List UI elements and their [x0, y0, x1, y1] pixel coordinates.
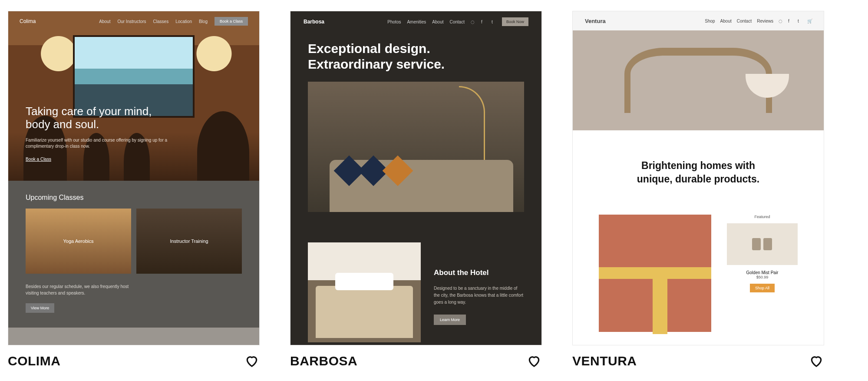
featured-image [727, 223, 798, 265]
nav-link: Classes [153, 19, 169, 24]
nav-link: Contact [737, 19, 752, 23]
featured-cta: Shop All [750, 284, 775, 292]
twitter-icon: t [492, 20, 496, 24]
preview-brand: Colima [20, 18, 36, 24]
card-footer: BARBOSA [290, 345, 542, 369]
template-title: COLIMA [8, 354, 60, 368]
favorite-button[interactable] [809, 353, 824, 369]
hero-image [308, 82, 524, 212]
preview-section-about: About the Hotel Designed to be a sanctua… [290, 212, 541, 342]
nav-link: About [720, 19, 732, 23]
facebook-icon: f [788, 19, 792, 23]
hero-link: Book a Class [26, 157, 51, 162]
class-thumb: Yoga Aerobics [26, 209, 131, 274]
preview-brand: Barbosa [304, 19, 324, 25]
template-preview[interactable]: Barbosa Photos Amenities About Contact ◌… [290, 11, 542, 345]
nav-cta: Book Now [502, 17, 528, 26]
favorite-button[interactable] [526, 353, 542, 369]
section-heading: Upcoming Classes [26, 194, 242, 202]
preview-nav: Colima About Our Instructors Classes Loc… [8, 11, 259, 31]
preview-nav: Ventura Shop About Contact Reviews ◌ f t… [573, 11, 824, 30]
nav-link: Shop [705, 19, 715, 23]
template-title: VENTURA [572, 354, 637, 368]
product-art [599, 215, 711, 332]
featured-label: Featured [727, 215, 798, 219]
class-thumb: Instructor Training [136, 209, 242, 274]
nav-link: Reviews [757, 19, 773, 23]
hero-headline: Exceptional design. Extraordinary servic… [308, 41, 524, 72]
card-footer: COLIMA [8, 345, 260, 369]
template-preview[interactable]: Colima About Our Instructors Classes Loc… [8, 11, 260, 345]
card-footer: VENTURA [572, 345, 824, 369]
preview-nav-links: Photos Amenities About Contact ◌ f t Boo… [387, 17, 528, 26]
cart-icon: 🛒 [807, 19, 812, 23]
preview-nav: Barbosa Photos Amenities About Contact ◌… [290, 11, 541, 32]
facebook-icon: f [481, 20, 485, 24]
nav-link: Our Instructors [117, 19, 146, 24]
featured-price: $50.99 [727, 275, 798, 279]
template-card-barbosa[interactable]: Barbosa Photos Amenities About Contact ◌… [290, 11, 542, 369]
about-image [308, 242, 421, 342]
preview-tagline: Brightening homes with unique, durable p… [573, 130, 824, 215]
template-preview[interactable]: Ventura Shop About Contact Reviews ◌ f t… [572, 11, 824, 345]
nav-link: Location [175, 19, 192, 24]
hero-text: Taking care of your mind, body and soul.… [26, 105, 169, 162]
featured-name: Golden Mist Pair [727, 270, 798, 275]
instagram-icon: ◌ [471, 20, 475, 24]
template-title: BARBOSA [290, 354, 357, 368]
heart-icon [809, 354, 823, 368]
preview-product-row [573, 332, 824, 345]
preview-section-about: With an emphasis on breathing techniques… [8, 328, 259, 345]
section-cta: View More [26, 303, 54, 313]
hero-sub: Familiarize yourself with our studio and… [26, 137, 169, 149]
preview-section-classes: Upcoming Classes Yoga Aerobics Instructo… [8, 181, 259, 328]
template-card-colima[interactable]: Colima About Our Instructors Classes Loc… [8, 11, 260, 369]
nav-link: Amenities [407, 20, 426, 24]
about-right: Learn more about our studio and philosop… [186, 345, 242, 345]
preview-hero: Colima About Our Instructors Classes Loc… [8, 11, 259, 181]
thumb-label: Yoga Aerobics [63, 239, 94, 244]
instagram-icon: ◌ [779, 19, 783, 23]
featured-product: Featured Golden Mist Pair $50.99 Shop Al… [727, 215, 798, 332]
about-cta: Learn More [434, 315, 466, 325]
nav-link: Contact [450, 20, 465, 24]
preview-brand: Ventura [585, 18, 606, 24]
hero-headline: Taking care of your mind, body and soul. [26, 105, 169, 131]
preview-hero [573, 30, 824, 130]
heart-icon [245, 354, 259, 368]
preview-nav-links: Shop About Contact Reviews ◌ f t 🛒 [705, 19, 812, 23]
heart-icon [527, 354, 541, 368]
twitter-icon: t [798, 19, 802, 23]
template-card-ventura[interactable]: Ventura Shop About Contact Reviews ◌ f t… [572, 11, 824, 369]
preview-nav-links: About Our Instructors Classes Location B… [99, 17, 248, 26]
about-heading: About the Hotel [434, 268, 524, 277]
preview-products: Featured Golden Mist Pair $50.99 Shop Al… [573, 215, 824, 332]
favorite-button[interactable] [244, 353, 260, 369]
thumb-label: Instructor Training [170, 239, 208, 244]
nav-link: About [432, 20, 443, 24]
nav-cta: Book a Class [215, 17, 248, 26]
nav-link: Photos [387, 20, 401, 24]
about-left: With an emphasis on breathing techniques… [26, 345, 169, 345]
template-grid: Colima About Our Instructors Classes Loc… [8, 11, 860, 369]
pillows-graphic [338, 160, 409, 182]
tagline-text: Brightening homes with unique, durable p… [590, 159, 806, 186]
nav-link: About [99, 19, 110, 24]
section-blurb: Besides our regular schedule, we also fr… [26, 283, 139, 296]
about-body: Designed to be a sanctuary in the middle… [434, 285, 524, 306]
nav-link: Blog [199, 19, 208, 24]
preview-hero: Exceptional design. Extraordinary servic… [290, 32, 541, 212]
